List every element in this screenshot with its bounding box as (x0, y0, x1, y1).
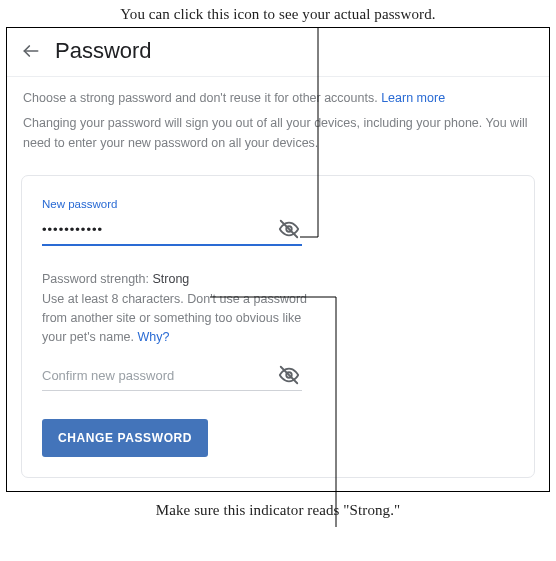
intro-line1: Choose a strong password and don't reuse… (23, 91, 381, 105)
change-password-button[interactable]: CHANGE PASSWORD (42, 419, 208, 457)
strength-label: Password strength: (42, 272, 152, 286)
new-password-input[interactable] (42, 222, 276, 237)
why-link[interactable]: Why? (138, 330, 170, 344)
password-strength-indicator: Password strength: Strong (42, 272, 514, 286)
password-tips: Use at least 8 characters. Don't use a p… (42, 290, 312, 346)
page-title: Password (55, 38, 152, 64)
intro-line2: Changing your password will sign you out… (23, 114, 533, 153)
header: Password (7, 28, 549, 76)
learn-more-link[interactable]: Learn more (381, 91, 445, 105)
tips-text: Use at least 8 characters. Don't use a p… (42, 292, 307, 344)
new-password-label: New password (42, 198, 514, 210)
eye-off-icon[interactable] (276, 218, 302, 240)
confirm-password-field (42, 364, 302, 391)
annotation-top: You can click this icon to see your actu… (0, 0, 556, 27)
back-arrow-icon[interactable] (21, 41, 41, 61)
eye-off-icon[interactable] (276, 364, 302, 386)
intro-text: Choose a strong password and don't reuse… (7, 77, 549, 165)
password-settings-panel: Password Choose a strong password and do… (6, 27, 550, 492)
new-password-field: New password (42, 198, 514, 246)
confirm-password-input[interactable] (42, 368, 276, 383)
password-card: New password Password strength: Strong U… (21, 175, 535, 478)
strength-value: Strong (152, 272, 189, 286)
annotation-bottom: Make sure this indicator reads "Strong." (0, 492, 556, 519)
